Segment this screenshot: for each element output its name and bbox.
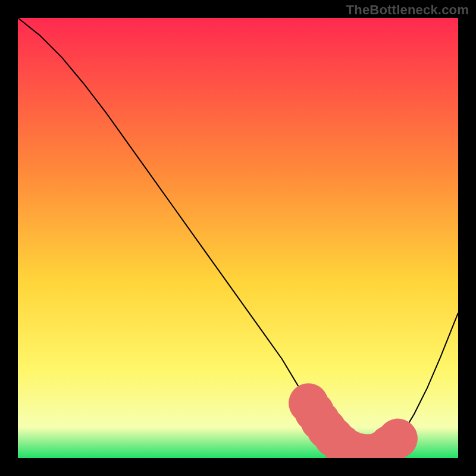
watermark-text: TheBottleneck.com (346, 2, 469, 18)
bottleneck-chart: TheBottleneck.com (0, 0, 476, 476)
plot-area (18, 18, 458, 458)
